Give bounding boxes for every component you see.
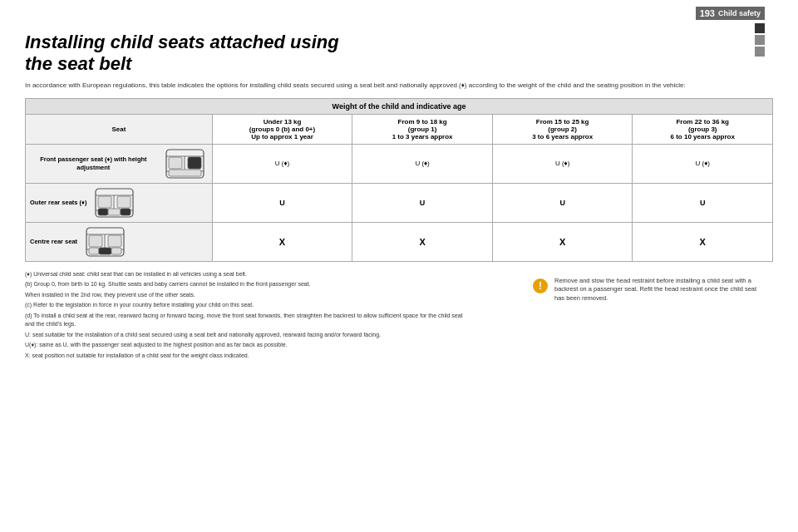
seat-centre-rear: Centre rear seat (26, 222, 213, 261)
section-label: Child safety (718, 9, 761, 17)
svg-rect-12 (117, 196, 131, 208)
car-diagram-centre (82, 226, 128, 258)
car-diagram-outer-rear (91, 187, 137, 219)
subtitle: In accordance with European regulations,… (25, 81, 773, 90)
seat-front-passenger: Front passenger seat (♦) with height adj… (26, 144, 213, 183)
footnote-item: (d) To install a child seat at the rear,… (25, 312, 474, 329)
bottom-section: (♦) Universal child seat: child seat tha… (25, 270, 773, 362)
cell-front-under13: U (♦) (212, 144, 352, 183)
table-row: Outer rear seats (♦) (26, 183, 773, 222)
footnote-item: (c) Refer to the legislation in force in… (25, 301, 474, 310)
col-22to36-header: From 22 to 36 kg (group 3) 6 to 10 years… (633, 114, 773, 144)
page-title: Installing child seats attached using th… (25, 32, 773, 76)
svg-rect-15 (121, 209, 131, 215)
table-row: Centre rear seat (26, 222, 773, 261)
svg-rect-22 (89, 248, 99, 254)
footnote-item: (♦) Universal child seat: child seat tha… (25, 270, 474, 279)
col-under13-header: Under 13 kg (groups 0 (b) and 0+) Up to … (212, 114, 352, 144)
corner-decoration (755, 23, 765, 57)
cell-centre-under13: X (212, 222, 352, 261)
footnote-item: When installed in the 2nd row, they prev… (25, 291, 474, 300)
svg-rect-21 (108, 235, 121, 247)
svg-rect-14 (108, 209, 121, 215)
cell-centre-9to18: X (352, 222, 493, 261)
svg-rect-13 (98, 209, 108, 215)
cell-outer-under13: U (212, 183, 352, 222)
footnote-item: U: seat suitable for the installation of… (25, 331, 474, 340)
svg-rect-11 (98, 196, 111, 208)
warning-icon: ! (533, 278, 548, 293)
car-diagram-front (162, 148, 208, 180)
svg-rect-6 (169, 170, 201, 176)
col-15to25-header: From 15 to 25 kg (group 2) 3 to 6 years … (492, 114, 633, 144)
page-info: 193 Child safety (696, 7, 765, 57)
svg-rect-24 (111, 248, 121, 254)
col-seat-header: Seat (26, 114, 213, 144)
cell-outer-15to25: U (492, 183, 633, 222)
cell-front-9to18: U (♦) (352, 144, 493, 183)
child-seat-table: Weight of the child and indicative age S… (25, 98, 773, 262)
page-number: 193 (700, 8, 715, 18)
svg-rect-5 (188, 157, 201, 169)
seat-outer-rear: Outer rear seats (♦) (26, 183, 213, 222)
svg-rect-4 (169, 157, 182, 169)
cell-outer-9to18: U (352, 183, 493, 222)
footnote-item: U(♦): same as U, with the passenger seat… (25, 341, 474, 350)
cell-centre-15to25: X (492, 222, 633, 261)
cell-centre-22to36: X (633, 222, 773, 261)
cell-front-15to25: U (♦) (492, 144, 633, 183)
footnote-item: (b) Group 0, from birth to 10 kg. Shuttl… (25, 280, 474, 289)
cell-outer-22to36: U (633, 183, 773, 222)
col-9to18-header: From 9 to 18 kg (group 1) 1 to 3 years a… (352, 114, 493, 144)
footnote-item: X: seat position not suitable for instal… (25, 352, 474, 361)
footnotes: (♦) Universal child seat: child seat tha… (25, 270, 474, 362)
cell-front-22to36: U (♦) (633, 144, 773, 183)
warning-text: Remove and stow the head restraint befor… (554, 277, 766, 303)
table-row: Front passenger seat (♦) with height adj… (26, 144, 773, 183)
warning-box: ! Remove and stow the head restraint bef… (526, 270, 773, 310)
svg-rect-23 (99, 248, 111, 254)
svg-rect-20 (89, 235, 102, 247)
table-header: Weight of the child and indicative age (26, 98, 773, 114)
